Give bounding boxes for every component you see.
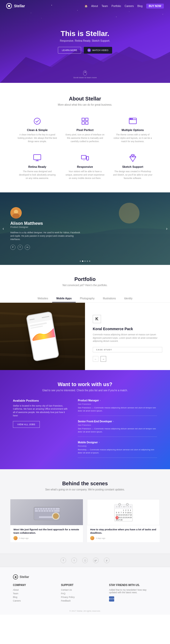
tab-websites[interactable]: Websites bbox=[33, 295, 52, 302]
team-dot-3[interactable] bbox=[84, 261, 86, 262]
footer-twitter-icon[interactable]: t bbox=[71, 558, 77, 563]
svg-marker-28 bbox=[130, 154, 136, 162]
svg-rect-15 bbox=[82, 122, 84, 124]
svg-rect-49 bbox=[48, 508, 50, 510]
team-linkedin-btn[interactable]: in bbox=[25, 245, 30, 250]
footer-feedback-link[interactable]: Feedback bbox=[61, 599, 105, 602]
nav-blog[interactable]: Blog bbox=[137, 5, 143, 8]
blog-meta-2: 4 days ago bbox=[90, 536, 157, 540]
calendar-illustration: S M T W T F S 1 2 3 4 5 6 7 8 bbox=[113, 502, 134, 523]
team-nav-right[interactable]: › bbox=[166, 226, 167, 231]
blog-avatar-1 bbox=[13, 536, 18, 540]
portfolio-tabs: Websites Mobile Apps Photography Illustr… bbox=[0, 295, 170, 303]
tab-illustrations[interactable]: Illustrations bbox=[99, 295, 120, 302]
footer-company-title: COMPANY bbox=[13, 584, 57, 587]
feature-sketch-support: Sketch Support The design was created in… bbox=[111, 151, 154, 182]
nav-about[interactable]: About bbox=[91, 5, 98, 8]
svg-rect-21 bbox=[34, 155, 41, 160]
feature-retina-ready-desc: The theme was designed and developed to … bbox=[18, 170, 57, 180]
nav-team[interactable]: Team bbox=[102, 5, 108, 8]
svg-rect-55 bbox=[41, 510, 43, 512]
view-all-jobs-button[interactable]: VIEW ALL JOBS bbox=[13, 421, 40, 428]
job-item-product-manager: Product Manager › San Francisco San Fran… bbox=[78, 399, 157, 416]
available-positions-title: Available Positions bbox=[13, 399, 69, 402]
blog-image-keyboard bbox=[10, 499, 83, 525]
team-dot-2[interactable] bbox=[82, 261, 83, 262]
feature-pixel-perfect-desc: Every pixel, icon or piece of interface … bbox=[65, 133, 105, 143]
svg-rect-59 bbox=[51, 510, 53, 512]
portfolio-prev-button[interactable]: ← bbox=[93, 356, 98, 362]
svg-text:27: 27 bbox=[118, 519, 120, 521]
footer-subscribe-button[interactable]: SUBSCRIBE bbox=[109, 596, 114, 602]
blog-section: Behind the scenes See what's going on in… bbox=[0, 469, 170, 554]
jobs-title: Want to work with us? bbox=[13, 381, 157, 387]
job-arrow-icon: › bbox=[100, 399, 101, 402]
jobs-description: Stellar is located in the sunny city of … bbox=[13, 404, 69, 417]
footer-copyright: © 2017 Stellar. All rights reserved. bbox=[69, 610, 101, 612]
jobs-subtitle: Glad to see you're interested. Check the… bbox=[13, 389, 157, 392]
hero-scroll: Scroll down to learn more bbox=[73, 70, 97, 79]
footer-pinterest-icon[interactable]: p bbox=[104, 558, 110, 563]
feature-clean-simple-desc: A clean interface is the key to a good l… bbox=[18, 133, 57, 143]
svg-text:8: 8 bbox=[123, 512, 124, 513]
footer-friends-desc: Added that to my newsletter! Now stay up… bbox=[109, 589, 153, 594]
team-nav-left[interactable]: ‹ bbox=[3, 226, 4, 231]
case-study-button[interactable]: CASE STUDY bbox=[93, 347, 162, 352]
blog-grid: Woo! We just figured out the best approa… bbox=[10, 499, 160, 542]
tab-mobile-apps[interactable]: Mobile Apps bbox=[52, 295, 76, 302]
footer-contact-link[interactable]: Contact Us bbox=[61, 589, 105, 591]
portfolio-next-button[interactable]: → bbox=[101, 356, 106, 362]
footer-team-link[interactable]: Team bbox=[13, 592, 57, 595]
blog-card-1[interactable]: Woo! We just figured out the best approa… bbox=[10, 499, 83, 542]
svg-text:28: 28 bbox=[120, 519, 122, 521]
blog-image-calendar: S M T W T F S 1 2 3 4 5 6 7 8 bbox=[87, 499, 160, 525]
svg-text:6: 6 bbox=[118, 512, 119, 513]
navbar-brand[interactable]: Stellar bbox=[6, 3, 25, 9]
svg-text:24: 24 bbox=[127, 517, 129, 518]
footer-about-link[interactable]: About bbox=[13, 589, 57, 591]
footer-bottom: © 2017 Stellar. All rights reserved. bbox=[0, 607, 170, 615]
job-title-frontend: Senior Front-End Developer › bbox=[78, 420, 157, 423]
about-section: About Stellar More about what this can d… bbox=[0, 83, 170, 192]
watch-video-label: WATCH VIDEO bbox=[92, 49, 109, 52]
footer-social-bar: f t ◻ g+ p bbox=[0, 554, 170, 567]
team-social-links: P T in bbox=[10, 245, 83, 250]
job-desc-2: Remotely — Commodo massa adipiscing dict… bbox=[78, 448, 157, 454]
nav-careers[interactable]: Careers bbox=[125, 5, 134, 8]
job-desc-1: San Francisco — Commodo massa adipiscing… bbox=[78, 427, 157, 433]
team-dot-1[interactable] bbox=[80, 261, 81, 262]
svg-text:18: 18 bbox=[130, 514, 132, 516]
navbar: Stellar 🏠 About Team Portfolio Careers B… bbox=[0, 0, 170, 12]
feature-responsive-desc: Your visitors will be able to have a uni… bbox=[65, 170, 105, 180]
portfolio-item-desc: Commodo massa adipiscing dictum aenean e… bbox=[93, 333, 162, 343]
scroll-indicator bbox=[83, 70, 87, 76]
svg-text:26: 26 bbox=[116, 519, 118, 521]
svg-text:W: W bbox=[123, 506, 125, 508]
footer-privacy-link[interactable]: Privacy Policy bbox=[61, 596, 105, 598]
watch-video-button[interactable]: WATCH VIDEO bbox=[84, 47, 112, 54]
svg-rect-25 bbox=[87, 156, 89, 160]
footer-googleplus-icon[interactable]: g+ bbox=[93, 558, 99, 563]
nav-buy-button[interactable]: BUY NOW bbox=[146, 4, 164, 9]
learn-more-button[interactable]: LEARN MORE bbox=[58, 47, 81, 54]
team-dot-4[interactable] bbox=[87, 261, 88, 262]
team-dot-5[interactable] bbox=[89, 261, 90, 262]
svg-text:T: T bbox=[126, 506, 127, 508]
footer-instagram-icon[interactable]: ◻ bbox=[82, 558, 88, 563]
blog-header: Behind the scenes See what's going on in… bbox=[10, 481, 160, 491]
footer-facebook-icon[interactable]: f bbox=[60, 558, 66, 563]
footer-blog-link[interactable]: Blog bbox=[13, 596, 57, 598]
tab-identity[interactable]: Identity bbox=[120, 295, 137, 302]
team-pinterest-btn[interactable]: P bbox=[10, 245, 16, 250]
tab-photography[interactable]: Photography bbox=[76, 295, 99, 302]
svg-text:7: 7 bbox=[121, 512, 122, 513]
team-twitter-btn[interactable]: T bbox=[18, 245, 23, 250]
footer-careers-link[interactable]: Careers bbox=[13, 599, 57, 602]
feature-clean-simple-title: Clean & Simple bbox=[18, 128, 57, 132]
svg-text:T: T bbox=[121, 506, 122, 508]
footer-faq-link[interactable]: FAQ bbox=[61, 592, 105, 595]
blog-card-2[interactable]: S M T W T F S 1 2 3 4 5 6 7 8 bbox=[87, 499, 160, 542]
svg-point-3 bbox=[31, 13, 31, 13]
nav-home[interactable]: 🏠 bbox=[84, 5, 88, 8]
nav-portfolio[interactable]: Portfolio bbox=[112, 5, 121, 8]
